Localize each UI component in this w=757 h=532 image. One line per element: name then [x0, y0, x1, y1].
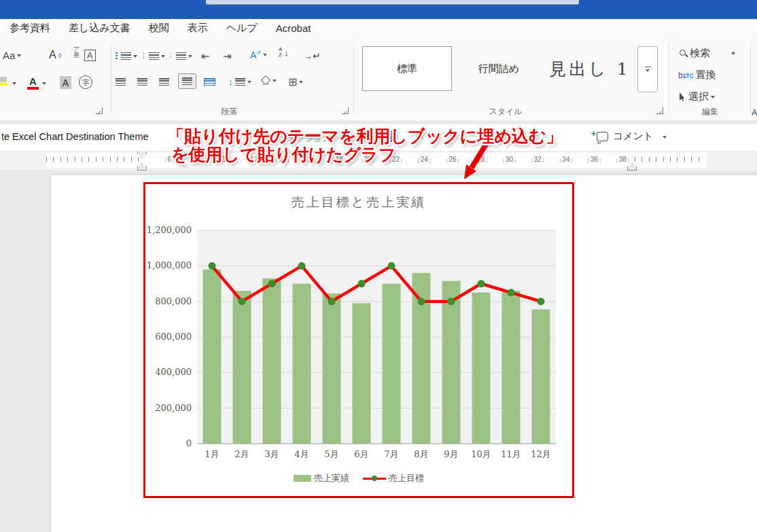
- ribbon: Aa A◊ ア 亜 A A A 字: [0, 37, 757, 122]
- legend-item-target: 売上目標: [363, 472, 424, 484]
- sort-arrow-icon: ↓: [284, 48, 289, 58]
- borders-grid-icon: ⊞: [288, 75, 297, 88]
- chevron-down-icon: [247, 81, 251, 84]
- numbered-list-icon: 1 2 3: [143, 52, 145, 60]
- select-button[interactable]: 選択: [680, 90, 715, 103]
- style-no-spacing[interactable]: 行間詰め: [454, 46, 544, 91]
- chevron-down-icon[interactable]: [42, 82, 46, 85]
- chevron-down-icon[interactable]: [12, 82, 16, 85]
- pasted-excel-chart[interactable]: 1,200,0001,000,000800,000600,000400,0002…: [143, 182, 574, 498]
- change-case-icon: Aa: [3, 50, 15, 61]
- enclose-characters-icon: 字: [82, 77, 90, 88]
- align-left-button[interactable]: [116, 78, 126, 86]
- search-icon: [680, 50, 688, 58]
- change-case-button[interactable]: Aa: [3, 50, 21, 61]
- character-shading-button[interactable]: A: [60, 76, 71, 89]
- svg-text:12月: 12月: [531, 449, 551, 459]
- comments-label: コメント: [613, 130, 653, 143]
- replace-button[interactable]: b⇄c 置換: [678, 69, 716, 82]
- shading-button[interactable]: [261, 76, 277, 85]
- tab-help[interactable]: ヘルプ: [226, 22, 258, 35]
- chevron-down-icon[interactable]: [663, 136, 667, 139]
- line-spacing-icon: [235, 78, 245, 86]
- align-left-icon: [116, 78, 126, 86]
- formatting-marks-icon: →↵: [303, 50, 321, 61]
- multilevel-list-button[interactable]: 1 a i: [170, 52, 192, 60]
- style-label: 行間詰め: [478, 63, 519, 75]
- phonetic-guide-button[interactable]: ア 亜: [73, 46, 80, 58]
- font-color-icon: A: [29, 75, 37, 87]
- enclose-characters-button[interactable]: 字: [79, 75, 92, 89]
- align-center-icon: [137, 78, 147, 86]
- group-divider: [111, 43, 111, 112]
- chevron-down-icon: [299, 81, 303, 84]
- chevron-down-icon: [272, 79, 277, 82]
- decrease-indent-icon: ⇤: [201, 50, 210, 63]
- line-spacing-arrows-icon: ↕: [228, 77, 233, 87]
- legend-line-swatch: [363, 475, 386, 482]
- svg-text:0: 0: [186, 438, 192, 448]
- tab-mailings[interactable]: 差し込み文書: [69, 22, 130, 35]
- chevron-down-icon: [711, 96, 715, 99]
- justify-button-selected[interactable]: [178, 73, 196, 89]
- search-box[interactable]: [206, 0, 579, 5]
- group-divider: [669, 43, 669, 112]
- comments-button[interactable]: コメント: [597, 130, 653, 143]
- style-normal[interactable]: 標準: [362, 46, 452, 91]
- chevron-down-icon[interactable]: [731, 52, 735, 55]
- svg-text:400,000: 400,000: [155, 367, 192, 377]
- clear-formatting-button[interactable]: A◊: [49, 49, 62, 61]
- justify-icon: [182, 77, 192, 85]
- tab-references[interactable]: 参考資料: [10, 22, 50, 35]
- style-label: 標準: [397, 63, 417, 75]
- decrease-indent-button[interactable]: ⇤: [201, 50, 210, 63]
- comment-bubble-icon: [597, 132, 608, 141]
- increase-indent-button[interactable]: ⇥: [223, 50, 232, 63]
- multilevel-list-icon: [176, 52, 186, 60]
- group-divider: [750, 43, 751, 112]
- ruler-number: 36: [586, 156, 602, 163]
- font-color-swatch: [27, 87, 39, 90]
- align-center-button[interactable]: [137, 78, 147, 86]
- styles-gallery-more-button[interactable]: [637, 46, 658, 92]
- bullet-list-icon: [116, 52, 118, 60]
- sort-button[interactable]: AZ ↓: [279, 47, 289, 58]
- tab-review[interactable]: 校閲: [149, 22, 169, 35]
- bullets-button[interactable]: [116, 52, 137, 60]
- chevron-down-icon: [188, 55, 192, 58]
- font-dialog-launcher[interactable]: [96, 107, 103, 114]
- style-label: 見出し 1: [549, 58, 630, 80]
- paragraph-dialog-launcher[interactable]: [342, 107, 349, 114]
- legend-label: 売上目標: [389, 472, 424, 484]
- cursor-arrow-icon: [680, 92, 686, 101]
- legend-marker-dot: [372, 476, 377, 481]
- formatting-marks-button[interactable]: →↵: [303, 50, 321, 61]
- borders-button[interactable]: ⊞: [288, 75, 303, 88]
- highlight-swatch: [0, 83, 7, 86]
- distribute-button[interactable]: [204, 78, 215, 86]
- numbering-button[interactable]: 1 2 3: [143, 52, 165, 60]
- ruler-number: 26: [444, 156, 460, 163]
- highlight-color-button[interactable]: [0, 77, 7, 86]
- line-spacing-button[interactable]: ↕: [228, 77, 251, 87]
- svg-text:3月: 3月: [264, 449, 279, 459]
- align-right-icon: [159, 78, 169, 86]
- ruler-ticks-right: [635, 157, 703, 162]
- font-color-button[interactable]: A: [27, 75, 39, 90]
- style-heading1[interactable]: 見出し 1: [545, 46, 635, 91]
- tab-acrobat[interactable]: Acrobat: [276, 22, 311, 34]
- asian-layout-button[interactable]: A⇗: [250, 50, 267, 60]
- styles-dialog-launcher[interactable]: [656, 107, 663, 114]
- character-border-icon: A: [87, 50, 93, 60]
- editing-group-label: 編集: [669, 106, 751, 118]
- tab-view[interactable]: 表示: [188, 22, 208, 35]
- svg-text:1,000,000: 1,000,000: [147, 260, 192, 270]
- align-right-button[interactable]: [159, 78, 169, 86]
- select-label: 選択: [688, 90, 709, 103]
- ruler-number: 38: [615, 156, 631, 163]
- svg-text:1,200,000: 1,200,000: [147, 225, 192, 235]
- svg-text:200,000: 200,000: [155, 403, 192, 413]
- character-border-button[interactable]: A: [84, 50, 96, 61]
- legend-bar-swatch: [294, 475, 311, 482]
- find-button[interactable]: 検索: [680, 47, 710, 60]
